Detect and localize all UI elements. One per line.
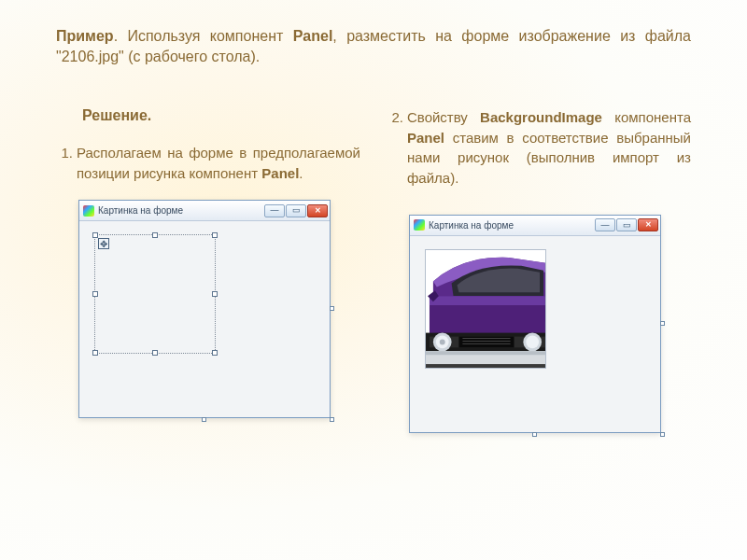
form-handle-br[interactable]	[660, 432, 665, 437]
step-1: 1. Располагаем на форме в предполагаемой…	[56, 143, 360, 184]
step-1-bold: Panel	[261, 165, 299, 181]
intro-lead: Пример	[56, 28, 114, 44]
step-2-number: 2.	[387, 107, 407, 189]
example-intro: Пример. Используя компонент Panel, разме…	[56, 26, 691, 68]
form-handle-right[interactable]	[660, 321, 665, 326]
columns: Решение. 1. Располагаем на форме в предп…	[56, 107, 691, 433]
left-column: Решение. 1. Располагаем на форме в предп…	[56, 107, 360, 433]
step-1-text: Располагаем на форме в предполагаемой по…	[77, 143, 360, 184]
form-handle-right[interactable]	[330, 306, 334, 311]
step-2-bold-bgimage: BackgroundImage	[480, 109, 602, 125]
step-2-bold-panel: Panel	[407, 130, 444, 146]
right-column: 2. Свойству BackgroundImage компонента P…	[387, 107, 691, 433]
form-handle-br[interactable]	[330, 417, 334, 422]
intro-text-before: . Используя компонент	[114, 28, 293, 44]
intro-panel-word: Panel	[293, 28, 333, 44]
step-2-text: Свойству BackgroundImage компонента Pane…	[407, 107, 691, 189]
form-handle-bottom[interactable]	[532, 432, 537, 437]
solution-heading: Решение.	[82, 107, 360, 124]
step-1-number: 1.	[56, 143, 77, 184]
step-2: 2. Свойству BackgroundImage компонента P…	[387, 107, 691, 189]
form-handle-bottom[interactable]	[202, 417, 206, 422]
